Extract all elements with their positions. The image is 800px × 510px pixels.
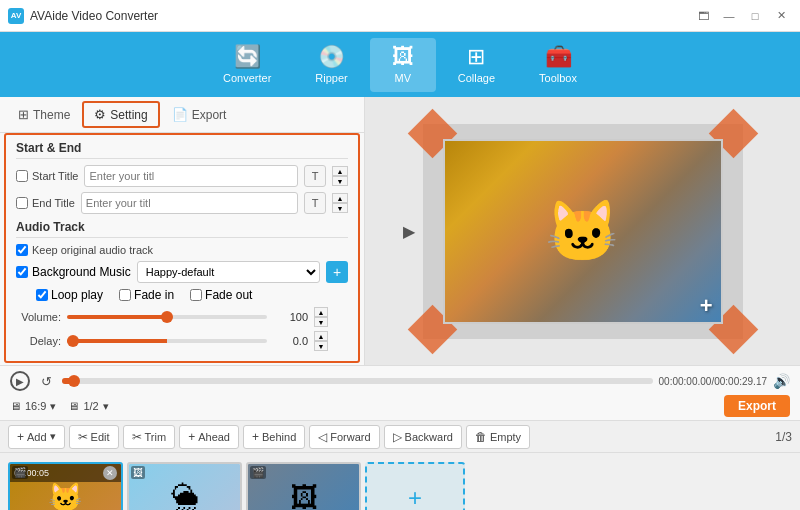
maximize-button[interactable]: □ bbox=[744, 8, 766, 24]
tab-bar: ⊞ Theme ⚙ Setting 📄 Export bbox=[0, 97, 364, 133]
cat-preview-image bbox=[445, 141, 721, 322]
zoom-icon: 🖥 bbox=[68, 400, 79, 412]
playback-row2: 🖥 16:9 ▾ 🖥 1/2 ▾ Export bbox=[0, 394, 800, 418]
tab-export-label: Export bbox=[192, 108, 227, 122]
start-title-text-format-button[interactable]: T bbox=[304, 165, 326, 187]
film-clip-1[interactable]: 🐱 00:00:05 ✕ ▶ ↺ ⚙ 🎬 bbox=[8, 462, 123, 511]
volume-slider[interactable] bbox=[67, 315, 267, 319]
progress-bar[interactable] bbox=[62, 378, 653, 384]
end-title-spin-up[interactable]: ▲ bbox=[332, 193, 348, 203]
loop-play-checkbox[interactable] bbox=[36, 289, 48, 301]
bg-music-add-button[interactable]: + bbox=[326, 261, 348, 283]
clip2-bg: 🌦 bbox=[129, 464, 240, 511]
audio-options-row: Loop play Fade in Fade out bbox=[16, 288, 348, 302]
restore-button[interactable]: — bbox=[718, 8, 740, 24]
close-button[interactable]: ✕ bbox=[770, 8, 792, 24]
plus-overlay: + bbox=[700, 293, 713, 319]
backward-button[interactable]: ▷ Backward bbox=[384, 425, 462, 449]
mv-icon: 🖼 bbox=[392, 46, 414, 68]
volume-spin-up[interactable]: ▲ bbox=[314, 307, 328, 317]
tab-theme[interactable]: ⊞ Theme bbox=[8, 103, 80, 126]
fade-in-checkbox[interactable] bbox=[119, 289, 131, 301]
bg-music-checkbox[interactable] bbox=[16, 266, 28, 278]
toolbox-icon: 🧰 bbox=[545, 46, 572, 68]
start-title-spin-down[interactable]: ▼ bbox=[332, 176, 348, 186]
behind-button[interactable]: + Behind bbox=[243, 425, 305, 449]
end-title-input[interactable] bbox=[81, 192, 298, 214]
edit-button[interactable]: ✂ Edit bbox=[69, 425, 119, 449]
nav-toolbox-label: Toolbox bbox=[539, 72, 577, 84]
nav-mv-label: MV bbox=[394, 72, 411, 84]
start-title-checkbox[interactable] bbox=[16, 170, 28, 182]
backward-icon: ▷ bbox=[393, 430, 402, 444]
minimize-button[interactable]: 🗔 bbox=[692, 8, 714, 24]
volume-row: Volume: 100 ▲ ▼ bbox=[16, 307, 348, 327]
export-button[interactable]: Export bbox=[724, 395, 790, 417]
ripper-icon: 💿 bbox=[318, 46, 345, 68]
playback-row1: ▶ ↺ 00:00:00.00/00:00:29.17 🔊 bbox=[0, 368, 800, 394]
tab-export[interactable]: 📄 Export bbox=[162, 103, 237, 126]
delay-spin: ▲ ▼ bbox=[314, 331, 328, 351]
volume-button[interactable]: 🔊 bbox=[773, 373, 790, 389]
nav-ripper-label: Ripper bbox=[315, 72, 347, 84]
start-title-input[interactable] bbox=[84, 165, 298, 187]
start-end-section-title: Start & End bbox=[16, 141, 348, 159]
audio-section-title: Audio Track bbox=[16, 220, 348, 238]
film-clip-3[interactable]: 🖼 🎬 bbox=[246, 462, 361, 511]
delay-slider[interactable] bbox=[67, 339, 267, 343]
delay-row: Delay: 0.0 ▲ ▼ bbox=[16, 331, 348, 351]
nav-collage[interactable]: ⊞ Collage bbox=[436, 38, 517, 92]
empty-button[interactable]: 🗑 Empty bbox=[466, 425, 530, 449]
end-title-text-format-button[interactable]: T bbox=[304, 192, 326, 214]
start-title-row: Start Title T ▲ ▼ bbox=[16, 165, 348, 187]
audio-section: Audio Track Keep original audio track Ba… bbox=[16, 220, 348, 351]
end-title-checkbox-label: End Title bbox=[16, 197, 75, 209]
time-display: 00:00:00.00/00:00:29.17 bbox=[659, 376, 767, 387]
zoom-value: 1/2 bbox=[83, 400, 98, 412]
trim-button[interactable]: ✂ Trim bbox=[123, 425, 176, 449]
start-title-spin-up[interactable]: ▲ bbox=[332, 166, 348, 176]
title-bar-controls: 🗔 — □ ✕ bbox=[692, 8, 792, 24]
refresh-button[interactable]: ↺ bbox=[36, 371, 56, 391]
aspect-ratio: 🖥 16:9 ▾ 🖥 1/2 ▾ bbox=[10, 400, 109, 413]
volume-spin-down[interactable]: ▼ bbox=[314, 317, 328, 327]
bg-music-select[interactable]: Happy-default bbox=[137, 261, 320, 283]
bg-music-row: Background Music Happy-default + bbox=[16, 261, 348, 283]
clip1-close-button[interactable]: ✕ bbox=[103, 466, 117, 480]
volume-value: 100 bbox=[273, 311, 308, 323]
tab-setting[interactable]: ⚙ Setting bbox=[82, 101, 159, 128]
play-button[interactable]: ▶ bbox=[10, 371, 30, 391]
behind-icon: + bbox=[252, 430, 259, 444]
tab-setting-label: Setting bbox=[110, 108, 147, 122]
total-time: 00:00:29.17 bbox=[714, 376, 767, 387]
end-title-spin-down[interactable]: ▼ bbox=[332, 203, 348, 213]
nav-ripper[interactable]: 💿 Ripper bbox=[293, 38, 369, 92]
clip1-type-icon: 🎬 bbox=[12, 466, 28, 479]
export-tab-icon: 📄 bbox=[172, 107, 188, 122]
nav-toolbox[interactable]: 🧰 Toolbox bbox=[517, 38, 599, 92]
app-title: AVAide Video Converter bbox=[30, 9, 158, 23]
ahead-button[interactable]: + Ahead bbox=[179, 425, 239, 449]
end-title-checkbox[interactable] bbox=[16, 197, 28, 209]
add-button[interactable]: + Add ▾ bbox=[8, 425, 65, 449]
volume-label: Volume: bbox=[16, 311, 61, 323]
forward-button[interactable]: ◁ Forward bbox=[309, 425, 379, 449]
delay-spin-down[interactable]: ▼ bbox=[314, 341, 328, 351]
add-clip-button[interactable]: + bbox=[365, 462, 465, 511]
right-panel: + ▶ bbox=[365, 97, 800, 365]
preview-image-frame bbox=[443, 139, 723, 324]
fade-out-checkbox[interactable] bbox=[190, 289, 202, 301]
delay-spin-up[interactable]: ▲ bbox=[314, 331, 328, 341]
nav-mv[interactable]: 🖼 MV bbox=[370, 38, 436, 92]
nav-converter[interactable]: 🔄 Converter bbox=[201, 38, 293, 92]
keep-original-checkbox[interactable] bbox=[16, 244, 28, 256]
aspect-ratio-dropdown[interactable]: ▾ bbox=[50, 400, 56, 413]
volume-spin: ▲ ▼ bbox=[314, 307, 328, 327]
converter-icon: 🔄 bbox=[234, 46, 261, 68]
start-title-spin: ▲ ▼ bbox=[332, 166, 348, 186]
setting-tab-icon: ⚙ bbox=[94, 107, 106, 122]
zoom-dropdown[interactable]: ▾ bbox=[103, 400, 109, 413]
start-title-checkbox-label: Start Title bbox=[16, 170, 78, 182]
end-title-spin: ▲ ▼ bbox=[332, 193, 348, 213]
film-clip-2[interactable]: 🌦 🖼 bbox=[127, 462, 242, 511]
